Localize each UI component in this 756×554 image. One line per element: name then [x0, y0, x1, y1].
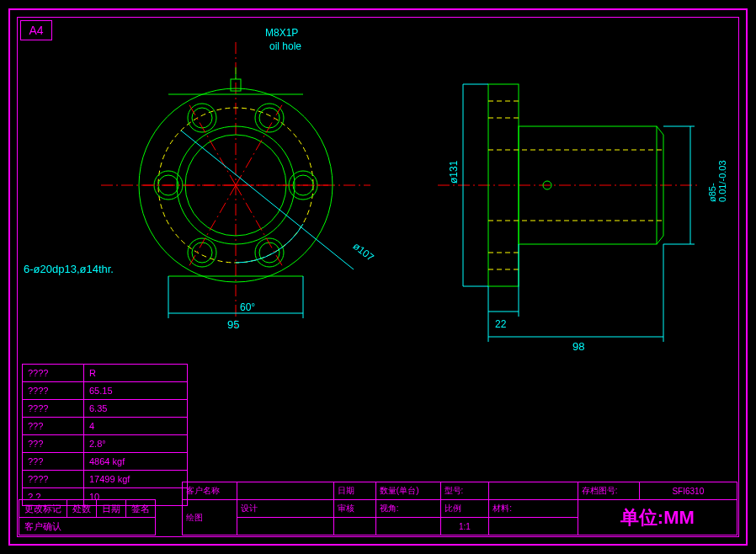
spec-label: ???? [23, 382, 84, 400]
svg-line-36 [657, 236, 663, 244]
change-sign: 签名 [126, 500, 156, 518]
spec-label: ???? [23, 471, 84, 488]
side-view [438, 59, 732, 362]
spec-value: 2.8° [84, 435, 188, 453]
tb-scale: 比例 [440, 500, 489, 518]
tb-archive: 存档图号: [578, 482, 639, 500]
tb-model: 型号: [440, 482, 489, 500]
tb-customer: 客户名称 [183, 482, 237, 500]
spec-value: 6.35 [84, 400, 188, 418]
tb-review: 审核 [334, 500, 376, 518]
tb-material: 材料: [489, 500, 578, 518]
spec-label: ??? [23, 453, 84, 471]
drawing-frame: A4 [0, 0, 756, 554]
spec-label: ???? [23, 365, 84, 382]
spec-value: 4 [84, 418, 188, 435]
svg-point-17 [259, 242, 280, 263]
dim-95: 95 [227, 318, 239, 331]
dim-22: 22 [495, 318, 506, 330]
spec-table: ????R????65.15????6.35???4???2.8°???4864… [22, 364, 188, 506]
tb-drawing: 绘图 [183, 500, 237, 535]
customer-confirm: 客户确认 [19, 518, 156, 535]
svg-point-19 [192, 242, 212, 263]
tb-scale-val: 1:1 [440, 518, 489, 535]
spec-value: 4864 kgf [84, 453, 188, 471]
svg-line-35 [657, 126, 663, 135]
tb-qty: 数量(单台) [375, 482, 440, 500]
sheet-size-box: A4 [20, 20, 52, 40]
dim-131: ø131 [448, 161, 460, 184]
tb-design: 设计 [237, 500, 334, 518]
oil-hole-label: oil hole [269, 40, 301, 52]
changes-table: 更改标记 处数 日期 签名 客户确认 [19, 499, 156, 535]
dim-angle-60: 60° [240, 301, 255, 313]
spec-value: R [84, 365, 188, 382]
spec-label: ???? [23, 400, 84, 418]
tb-angle: 视角: [375, 500, 440, 518]
spec-label: ??? [23, 435, 84, 453]
tb-archive-val: SFI6310 [639, 482, 737, 500]
spec-label: ??? [23, 418, 84, 435]
change-date: 日期 [97, 500, 126, 518]
svg-point-15 [192, 108, 212, 128]
front-view [84, 42, 387, 345]
holes-note: 6-ø20dp13,ø14thr. [24, 263, 114, 275]
spec-value: 65.15 [84, 382, 188, 400]
change-loc: 处数 [67, 500, 97, 518]
thread-label: M8X1P [265, 27, 298, 39]
svg-line-28 [181, 131, 354, 269]
dim-98: 98 [572, 340, 584, 353]
spec-value: 17499 kgf [84, 471, 188, 488]
change-mark: 更改标记 [19, 500, 67, 518]
tb-unit: 单位:MM [578, 500, 737, 535]
svg-point-13 [259, 108, 280, 128]
dim-85: ø85-0.01/-0.03 [707, 153, 727, 202]
sheet-size: A4 [29, 24, 43, 37]
title-block: 客户名称 日期 数量(单台) 型号: 存档图号: SFI6310 绘图 设计 审… [182, 482, 737, 535]
tb-date: 日期 [334, 482, 376, 500]
